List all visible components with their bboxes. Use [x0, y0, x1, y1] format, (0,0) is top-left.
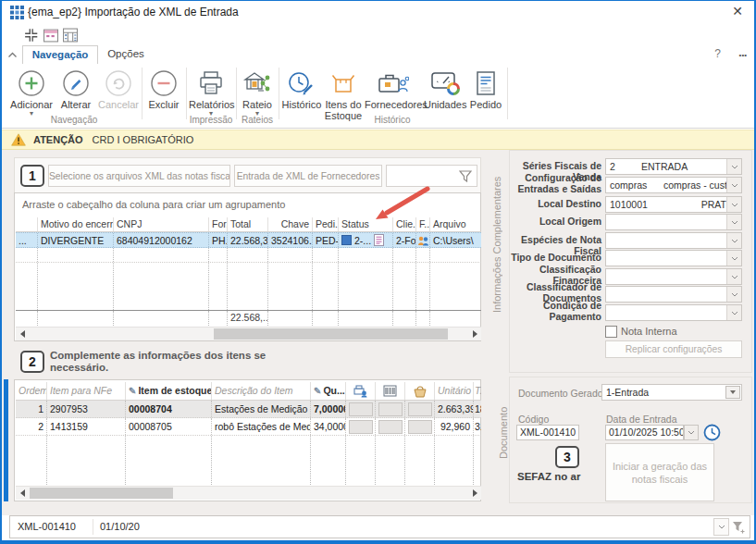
cell-cliente: 2-Fo... — [393, 233, 416, 247]
grid2-header-quantidade[interactable]: ✎Qu... — [311, 382, 346, 400]
chevron-down-icon[interactable] — [726, 159, 741, 174]
tipo-documento-combo[interactable] — [605, 250, 742, 266]
grid2-header-item-estoque[interactable]: ✎Item de estoque — [126, 382, 212, 400]
scroll-right-icon[interactable] — [468, 328, 481, 340]
grid1-header-status[interactable]: Status — [339, 217, 393, 231]
local-origem-combo[interactable] — [605, 214, 742, 230]
filter-input[interactable] — [386, 165, 477, 187]
filter-funnel-icon[interactable] — [459, 170, 472, 182]
condicao-pagamento-combo[interactable] — [605, 304, 742, 321]
printer-person-icon — [353, 385, 367, 398]
cell-item-estoque[interactable]: 00008704 — [126, 401, 212, 417]
close-icon[interactable]: ✕ — [732, 4, 743, 19]
grid1-header-arquivo[interactable]: Arquivo — [430, 217, 481, 231]
chevron-down-icon[interactable] — [726, 269, 741, 284]
grid2-header-icon3[interactable] — [405, 382, 435, 400]
grid2-header-row[interactable]: Ordem Item para NFe ✎Item de estoque Des… — [16, 382, 481, 401]
grid1-header-fornecedor[interactable]: For... — [209, 217, 228, 231]
more-options-icon[interactable]: ••• — [739, 51, 747, 59]
scroll-right-icon[interactable] — [468, 487, 481, 500]
grid1-hscroll-thumb[interactable] — [214, 328, 448, 340]
grid2-header-icon2[interactable] — [376, 382, 405, 400]
grid2-header-icon1[interactable] — [346, 382, 376, 400]
suppliers-briefcase-icon — [365, 66, 422, 97]
label-local-origem: Local Origem — [509, 216, 601, 228]
clock-icon[interactable] — [703, 424, 721, 441]
statusbar-dropdown-icon[interactable] — [713, 518, 729, 536]
chevron-down-icon[interactable] — [726, 305, 741, 320]
grid1-header-cliente[interactable]: Clie... — [393, 217, 416, 231]
excluir-button[interactable]: Excluir — [144, 66, 183, 123]
documento-gerado-combo[interactable]: 1-Entrada — [601, 384, 742, 401]
local-destino-combo[interactable]: 1010001 PRAT — [605, 196, 742, 213]
cell-btn2[interactable] — [376, 418, 405, 435]
filter-add-icon[interactable] — [732, 521, 746, 534]
title-bar: {ema_ep2} Importação de XML de Entrada ✕ — [2, 1, 754, 23]
entrada-xml-fornecedores-button[interactable]: Entrada de XML de Fornecedores — [234, 165, 382, 187]
grid2-header-item-nfe[interactable]: Item para NFe — [47, 382, 126, 400]
cell-quantidade[interactable]: 34,00000 — [311, 418, 346, 435]
cell-descricao: robô Estações de Mediç... — [212, 418, 311, 435]
grid1-header-total[interactable]: Total — [228, 217, 268, 231]
grid2-header-t[interactable]: T... — [474, 382, 481, 400]
calculator-icon[interactable] — [63, 28, 78, 43]
date-dropdown-icon[interactable] — [684, 425, 699, 440]
grid1-header-cnpj[interactable]: CNPJ — [114, 217, 209, 231]
dropdown-arrow-icon[interactable] — [725, 386, 740, 399]
chevron-down-icon[interactable] — [726, 287, 741, 302]
barcode-icon — [383, 385, 397, 397]
grid2-row[interactable]: 2 1413159 00008705 robô Estações de Medi… — [16, 418, 481, 436]
grid1-header-chave[interactable]: Chave — [268, 217, 313, 231]
tab-opcoes[interactable]: Opções — [100, 45, 152, 63]
grid1-hscrollbar[interactable] — [16, 327, 481, 340]
warning-triangle-icon — [11, 133, 26, 146]
codigo-input[interactable]: XML-001410 — [516, 425, 579, 440]
grid2-header-descricao[interactable]: Descrição do Item — [212, 382, 311, 400]
cell-btn3[interactable] — [405, 418, 435, 435]
cell-item-estoque[interactable]: 00008705 — [126, 418, 212, 435]
tab-navegacao[interactable]: Navegação — [22, 45, 98, 65]
calendar-icon[interactable] — [43, 28, 58, 43]
iniciar-geracao-button[interactable]: Iniciar a geração das notas fiscais — [605, 443, 714, 501]
grid1-selected-row[interactable]: ... DIVERGENTE 68404912000162 PH... 22.5… — [16, 232, 481, 248]
especies-combo[interactable] — [605, 232, 742, 249]
scroll-left-icon[interactable] — [16, 328, 29, 340]
chevron-down-icon[interactable] — [726, 215, 741, 229]
chevron-down-icon[interactable] — [726, 197, 741, 212]
classificacao-financeira-combo[interactable] — [605, 268, 742, 285]
cell-btn2[interactable] — [376, 401, 405, 417]
cell-btn1[interactable] — [346, 401, 376, 417]
select-xml-button[interactable]: Selecione os arquivos XML das notas fisc… — [48, 165, 230, 187]
replicar-configuracoes-button[interactable]: Replicar configurações — [605, 340, 742, 358]
ribbon-collapse-icon[interactable] — [7, 52, 18, 58]
configuracao-combo[interactable]: compras compras - custos — [605, 177, 742, 193]
grid1-header-indicator[interactable] — [16, 217, 38, 231]
cell-indicator: ... — [16, 233, 38, 247]
help-icon[interactable]: ? — [714, 47, 721, 60]
grid2-hscroll-thumb[interactable] — [30, 488, 173, 499]
chevron-down-icon[interactable] — [726, 233, 741, 248]
group-label-impressao: Impressão — [187, 115, 235, 125]
document-note-icon[interactable] — [374, 234, 384, 246]
grid1-header-motivo[interactable]: Motivo do encerrame... — [38, 217, 114, 231]
grid2-header-ordem[interactable]: Ordem — [16, 382, 47, 400]
grid2-header-unitario[interactable]: Unitário — [435, 382, 474, 400]
edit-icon — [56, 66, 96, 97]
cell-quantidade[interactable]: 7,00000 — [311, 401, 346, 417]
classificador-documentos-combo[interactable] — [605, 286, 742, 303]
grid1-header-row[interactable]: Motivo do encerrame... CNPJ For... Total… — [16, 217, 481, 232]
nota-interna-checkbox[interactable] — [605, 326, 617, 338]
scroll-left-icon[interactable] — [16, 487, 29, 500]
chevron-down-icon[interactable] — [726, 178, 741, 192]
collapse-window-icon[interactable] — [24, 28, 39, 43]
series-fiscais-combo[interactable]: 2 ENTRADA — [605, 158, 742, 175]
cell-btn3[interactable] — [405, 401, 435, 417]
grid1-header-f[interactable]: F... — [416, 217, 430, 231]
chevron-down-icon[interactable] — [726, 251, 741, 266]
grid2-hscrollbar[interactable] — [16, 486, 481, 500]
grid2-row[interactable]: 1 2907953 00008704 Estações de Medição P… — [16, 401, 481, 418]
step2-text: Complemente as informações dos itens se … — [50, 350, 300, 374]
data-entrada-input[interactable]: 01/10/2025 10:50:0 — [605, 425, 684, 440]
grid1-header-pedido[interactable]: Pedi... — [313, 217, 339, 231]
cell-btn1[interactable] — [346, 418, 376, 435]
